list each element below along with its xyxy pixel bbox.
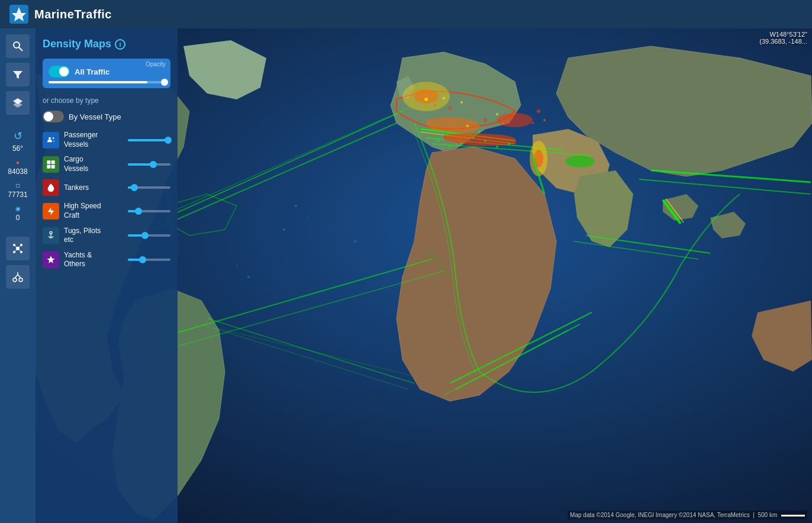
all-traffic-label: All Traffic	[75, 67, 109, 76]
svg-point-41	[460, 101, 463, 104]
svg-point-60	[295, 205, 297, 207]
svg-point-51	[449, 146, 451, 148]
svg-point-53	[472, 137, 475, 139]
svg-point-66	[247, 276, 250, 278]
svg-point-33	[497, 113, 533, 127]
stat-vessels-total: ● 84038	[8, 159, 27, 177]
coordinates-display: W148°53'12" (39.3683, -148...	[759, 31, 807, 45]
svg-line-80	[14, 248, 18, 252]
vessel-item-2: Tankers	[43, 179, 170, 196]
vessel-slider-4[interactable]	[128, 234, 170, 237]
svg-point-61	[307, 217, 309, 219]
vessel-item-1: Cargo Vessels	[43, 155, 170, 173]
sidebar: ↺ 56° ● 84038 □ 77731 ◉ 0	[0, 28, 36, 523]
svg-marker-96	[47, 256, 54, 264]
stat-vessels-active: □ 77731	[8, 182, 27, 200]
vessel-name-0: Passenger Vessels	[64, 131, 123, 149]
svg-point-55	[496, 146, 498, 148]
svg-point-58	[543, 119, 546, 121]
vessel-slider-5[interactable]	[128, 259, 170, 261]
svg-point-59	[531, 122, 534, 124]
svg-point-56	[508, 143, 510, 145]
by-vessel-type-row: By Vessel Type	[43, 111, 170, 122]
svg-rect-92	[51, 164, 55, 168]
stat-wind: ↺ 56°	[12, 129, 23, 154]
vessel-name-4: Tugs, Pilots etc	[64, 227, 123, 245]
filter-button[interactable]	[6, 63, 30, 86]
stat-unknown: ◉ 0	[15, 205, 21, 223]
vessel-slider-0[interactable]	[128, 139, 170, 141]
svg-line-79	[18, 245, 21, 248]
panel-title-row: Density Maps i	[43, 38, 170, 50]
choose-label: or choose by type	[43, 96, 170, 105]
svg-line-85	[18, 275, 21, 278]
svg-line-81	[18, 248, 21, 252]
svg-line-78	[14, 245, 18, 248]
by-vessel-type-label: By Vessel Type	[69, 112, 121, 121]
svg-marker-70	[13, 71, 22, 79]
svg-point-63	[325, 235, 327, 237]
vessel-icon-5	[43, 251, 59, 268]
svg-point-43	[484, 118, 487, 122]
svg-point-46	[510, 115, 514, 119]
vessel-icon-3	[43, 203, 59, 219]
logo-icon	[9, 5, 28, 24]
all-traffic-block: Opacity All Traffic	[43, 59, 170, 88]
svg-point-25	[414, 89, 438, 104]
density-maps-panel: Density Maps i Opacity All Traffic or ch…	[36, 28, 178, 523]
svg-point-87	[49, 137, 51, 139]
vessel-icon-2	[43, 179, 59, 196]
svg-point-54	[484, 140, 486, 142]
svg-point-38	[434, 104, 436, 106]
vessel-name-3: High Speed Craft	[64, 202, 123, 220]
svg-point-64	[354, 240, 356, 243]
svg-marker-72	[13, 102, 22, 108]
vessel-item-0: Passenger Vessels	[43, 131, 170, 149]
svg-point-42	[472, 110, 475, 112]
svg-point-65	[236, 264, 238, 266]
topbar: MarineTraffic	[0, 0, 812, 28]
info-icon-button[interactable]: i	[115, 39, 125, 50]
svg-point-68	[14, 42, 20, 48]
all-traffic-toggle[interactable]	[49, 66, 70, 78]
vessel-item-4: Tugs, Pilots etc	[43, 227, 170, 245]
by-vessel-type-toggle[interactable]	[43, 111, 64, 122]
svg-point-57	[537, 109, 540, 113]
vessel-icon-1	[43, 156, 59, 173]
svg-rect-90	[51, 160, 55, 164]
svg-point-82	[13, 278, 17, 282]
vessel-name-2: Tankers	[64, 183, 123, 193]
opacity-label: Opacity	[146, 61, 166, 67]
vessel-name-1: Cargo Vessels	[64, 155, 123, 173]
map-attribution: Map data ©2014 Google, INEGI Imagery ©20…	[568, 511, 807, 519]
svg-rect-91	[47, 164, 50, 168]
svg-point-45	[502, 122, 504, 124]
vessel-slider-2[interactable]	[128, 186, 170, 189]
vessel-type-list: Passenger VesselsCargo VesselsTankersHig…	[43, 131, 170, 269]
svg-point-62	[283, 228, 285, 231]
svg-point-67	[266, 288, 268, 290]
svg-point-83	[19, 278, 22, 282]
svg-point-52	[460, 143, 463, 145]
vessel-slider-1[interactable]	[128, 163, 170, 166]
search-button[interactable]	[6, 34, 30, 58]
svg-marker-93	[48, 207, 54, 215]
cut-button[interactable]	[6, 265, 30, 289]
svg-point-40	[448, 106, 452, 110]
svg-point-88	[53, 137, 54, 139]
all-traffic-opacity-slider[interactable]	[49, 81, 165, 83]
panel-title-text: Density Maps	[43, 38, 111, 50]
svg-point-50	[437, 140, 439, 142]
svg-point-34	[565, 156, 595, 167]
layers-button[interactable]	[6, 91, 30, 115]
app-title: MarineTraffic	[34, 8, 112, 21]
vessel-name-5: Yachts & Others	[64, 251, 123, 269]
svg-point-94	[50, 231, 52, 234]
svg-line-69	[19, 47, 22, 51]
svg-point-49	[446, 134, 448, 136]
svg-line-84	[15, 275, 18, 278]
svg-rect-89	[47, 160, 50, 164]
svg-point-47	[466, 125, 469, 127]
vessel-slider-3[interactable]	[128, 210, 170, 212]
nodes-button[interactable]	[6, 237, 30, 260]
